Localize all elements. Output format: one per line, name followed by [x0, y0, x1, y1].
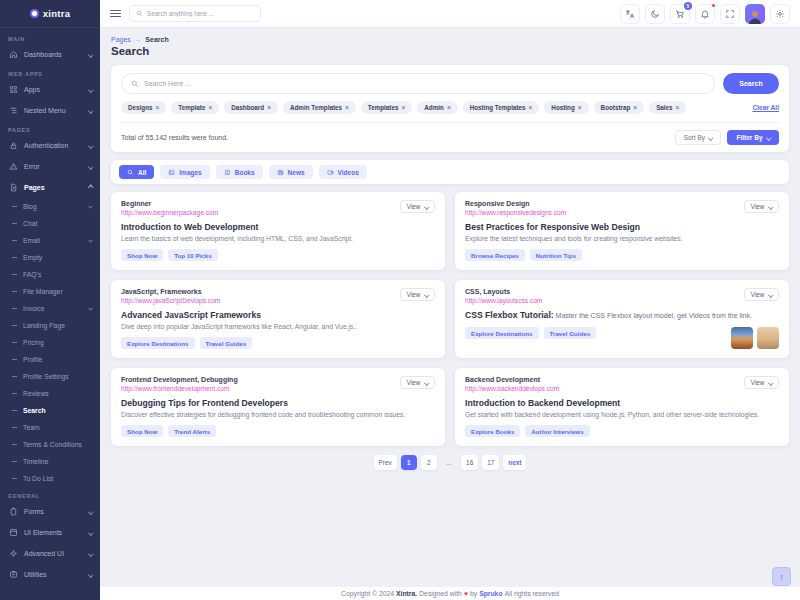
result-title[interactable]: Debugging Tips for Frontend Developers — [121, 398, 435, 408]
cart-icon[interactable]: 5 — [670, 4, 690, 24]
result-title[interactable]: Advanced JavaScript Frameworks — [121, 310, 435, 320]
notifications-bell-icon[interactable] — [695, 4, 715, 24]
result-url[interactable]: http://www.beginnerpackage.com — [121, 209, 435, 216]
sidebar-subitem-chat[interactable]: Chat — [8, 215, 92, 232]
sidebar-item-ui-elements[interactable]: UI Elements — [8, 522, 92, 543]
sidebar-item-error[interactable]: Error — [8, 156, 92, 177]
settings-gear-icon[interactable] — [770, 4, 790, 24]
filter-chip-sales[interactable]: Sales× — [649, 101, 686, 114]
sidebar-subitem-file-manager[interactable]: File Manager — [8, 283, 92, 300]
result-tag[interactable]: Shop Now — [121, 249, 163, 261]
sidebar-subitem-email[interactable]: Email — [8, 232, 92, 249]
language-icon[interactable] — [620, 4, 640, 24]
result-title[interactable]: CSS Flexbox Tutorial: Master the CSS Fle… — [465, 310, 779, 320]
view-button[interactable]: View — [400, 376, 435, 389]
remove-filter-icon[interactable]: × — [633, 104, 637, 111]
search-button[interactable]: Search — [723, 73, 779, 94]
sidebar-subitem-profile-settings[interactable]: Profile Settings — [8, 368, 92, 385]
pagination-page-17[interactable]: 17 — [482, 455, 499, 470]
breadcrumb-pages[interactable]: Pages — [111, 36, 131, 43]
tab-videos[interactable]: Videos — [319, 165, 367, 179]
tab-news[interactable]: News — [269, 165, 313, 179]
video-thumbnail[interactable] — [731, 327, 753, 349]
result-url[interactable]: http://www.backenddevlops.com — [465, 385, 779, 392]
pagination-page-1[interactable]: 1 — [401, 455, 417, 470]
filter-chip-bootstrap[interactable]: Bootstrap× — [594, 101, 645, 114]
pagination-page-16[interactable]: 16 — [461, 455, 478, 470]
result-url[interactable]: http://www.javaScriptDevlops.com — [121, 297, 435, 304]
filter-chip-hosting-templates[interactable]: Hosting Templates× — [463, 101, 540, 114]
user-avatar[interactable] — [745, 4, 765, 24]
menu-toggle-icon[interactable] — [110, 10, 121, 18]
sidebar-item-dashboards[interactable]: Dashboards — [8, 44, 92, 65]
scroll-to-top-button[interactable]: ↑ — [772, 567, 791, 586]
sidebar-subitem-team[interactable]: Team — [8, 419, 92, 436]
result-tag[interactable]: Browse Recipes — [465, 249, 525, 261]
sidebar-item-pages[interactable]: Pages — [8, 177, 92, 198]
result-title[interactable]: Best Practices for Responsive Web Design — [465, 222, 779, 232]
view-button[interactable]: View — [400, 288, 435, 301]
video-thumbnail[interactable] — [757, 327, 779, 349]
result-title[interactable]: Introduction to Web Development — [121, 222, 435, 232]
result-tag[interactable]: Top 10 Picks — [168, 249, 217, 261]
remove-filter-icon[interactable]: × — [447, 104, 451, 111]
filter-by-button[interactable]: Filter By — [727, 130, 779, 145]
view-button[interactable]: View — [744, 200, 779, 213]
remove-filter-icon[interactable]: × — [156, 104, 160, 111]
app-logo[interactable]: xintra — [0, 0, 100, 28]
tab-all[interactable]: All — [119, 165, 154, 179]
sidebar-subitem-reviews[interactable]: Reviews — [8, 385, 92, 402]
global-search-input[interactable] — [147, 10, 254, 17]
sidebar-item-forms[interactable]: Forms — [8, 501, 92, 522]
result-url[interactable]: http://www.layoutscss.com — [465, 297, 779, 304]
tab-books[interactable]: Books — [216, 165, 263, 179]
sidebar-subitem-pricing[interactable]: Pricing — [8, 334, 92, 351]
tab-images[interactable]: Images — [160, 165, 209, 179]
remove-filter-icon[interactable]: × — [267, 104, 271, 111]
sidebar-subitem-profile[interactable]: Profile — [8, 351, 92, 368]
filter-chip-admin-templates[interactable]: Admin Templates× — [283, 101, 356, 114]
filter-chip-designs[interactable]: Designs× — [121, 101, 166, 114]
pagination-prev[interactable]: Prev — [374, 455, 397, 470]
result-tag[interactable]: Travel Guides — [544, 327, 597, 339]
result-tag[interactable]: Explore Destinations — [465, 327, 539, 339]
view-button[interactable]: View — [400, 200, 435, 213]
result-tag[interactable]: Explore Books — [465, 425, 520, 437]
result-tag[interactable]: Trend Alerts — [168, 425, 216, 437]
remove-filter-icon[interactable]: × — [529, 104, 533, 111]
result-tag[interactable]: Nutrition Tips — [530, 249, 582, 261]
filter-chip-hosting[interactable]: Hosting× — [544, 101, 588, 114]
sidebar-item-nested-menu[interactable]: Nested Menu — [8, 100, 92, 121]
sidebar-item-authentication[interactable]: Authentication — [8, 135, 92, 156]
sidebar-subitem-search[interactable]: Search — [8, 402, 92, 419]
result-url[interactable]: http://www.responsivedesigns.com — [465, 209, 779, 216]
remove-filter-icon[interactable]: × — [345, 104, 349, 111]
sidebar-subitem-landing-page[interactable]: Landing Page — [8, 317, 92, 334]
pagination-next[interactable]: next — [503, 455, 526, 470]
fullscreen-icon[interactable] — [720, 4, 740, 24]
remove-filter-icon[interactable]: × — [578, 104, 582, 111]
remove-filter-icon[interactable]: × — [676, 104, 680, 111]
filter-chip-admin[interactable]: Admin× — [417, 101, 457, 114]
result-tag[interactable]: Shop Now — [121, 425, 163, 437]
results-search-input[interactable] — [144, 80, 705, 87]
remove-filter-icon[interactable]: × — [401, 104, 405, 111]
sidebar-subitem-todo[interactable]: To Do List — [8, 470, 92, 487]
remove-filter-icon[interactable]: × — [208, 104, 212, 111]
sidebar-item-apps[interactable]: Apps — [8, 79, 92, 100]
result-tag[interactable]: Explore Destinations — [121, 337, 195, 349]
result-url[interactable]: http://www.frontenddevelopment.com — [121, 385, 435, 392]
sidebar-subitem-terms[interactable]: Terms & Conditions — [8, 436, 92, 453]
result-tag[interactable]: Author Interviews — [525, 425, 589, 437]
sidebar-item-utilities[interactable]: Utilities — [8, 564, 92, 585]
sidebar-subitem-blog[interactable]: Blog — [8, 198, 92, 215]
filter-chip-templates[interactable]: Templates× — [361, 101, 412, 114]
clear-all-link[interactable]: Clear All — [752, 104, 779, 111]
sidebar-subitem-invoice[interactable]: Invoice — [8, 300, 92, 317]
sidebar-subitem-faqs[interactable]: FAQ's — [8, 266, 92, 283]
result-title[interactable]: Introduction to Backend Development — [465, 398, 779, 408]
view-button[interactable]: View — [744, 288, 779, 301]
sidebar-subitem-timeline[interactable]: Timeline — [8, 453, 92, 470]
dark-mode-moon-icon[interactable] — [645, 4, 665, 24]
footer-spruko-link[interactable]: Spruko — [479, 590, 502, 597]
